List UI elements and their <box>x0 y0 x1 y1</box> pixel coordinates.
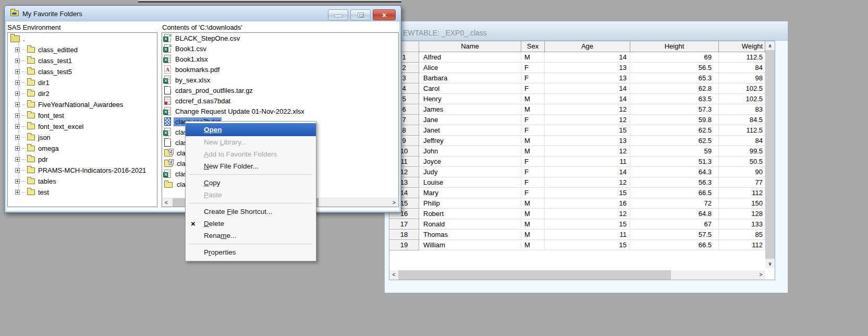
expand-plus-icon[interactable] <box>15 179 20 184</box>
tree-item[interactable]: PRAMS-MCH-Indicators-2016-2021 <box>8 165 157 176</box>
maximize-button[interactable] <box>350 9 371 20</box>
tree-root-item[interactable]: . <box>8 33 157 44</box>
favorites-titlebar[interactable]: My Favorite Folders × <box>5 6 401 21</box>
minimize-button[interactable] <box>328 9 348 20</box>
weight-cell[interactable]: 99.5 <box>719 146 765 157</box>
weight-cell[interactable]: 83 <box>719 104 765 115</box>
file-name[interactable]: Book1.csv <box>174 44 208 53</box>
height-cell[interactable]: 72 <box>630 198 719 209</box>
age-cell[interactable]: 13 <box>545 136 630 146</box>
height-cell[interactable]: 57.3 <box>630 104 719 115</box>
table-row[interactable]: 19 William M 15 66.5 112 <box>389 240 765 250</box>
sex-cell[interactable]: M <box>521 209 545 219</box>
scroll-right-icon[interactable]: > <box>390 198 398 207</box>
sex-cell[interactable]: M <box>521 198 545 209</box>
expand-plus-icon[interactable] <box>15 146 20 151</box>
age-cell[interactable]: 12 <box>545 146 630 157</box>
height-cell[interactable]: 59 <box>630 146 719 157</box>
sex-cell[interactable]: M <box>521 104 545 115</box>
height-cell[interactable]: 56.3 <box>630 177 719 188</box>
age-cell[interactable]: 13 <box>545 73 630 83</box>
file-name[interactable]: Change Request Update 01-Nov-2022.xlsx <box>174 107 306 116</box>
age-cell[interactable]: 15 <box>545 240 630 250</box>
menu-item-rename[interactable]: Rename... <box>186 230 316 242</box>
file-row[interactable]: Book1.csv <box>162 43 398 54</box>
height-cell[interactable]: 62.5 <box>630 136 719 146</box>
tree-item[interactable]: class_editted <box>8 44 157 55</box>
table-row[interactable]: 14 Mary F 15 66.5 112 <box>389 188 765 198</box>
weight-cell[interactable]: 98 <box>719 73 765 83</box>
tree-item[interactable]: omega <box>8 143 157 154</box>
name-cell[interactable]: Henry <box>419 94 521 104</box>
height-cell[interactable]: 57.5 <box>630 230 719 240</box>
height-cell[interactable]: 59.8 <box>630 115 719 125</box>
name-cell[interactable]: Alfred <box>419 52 521 63</box>
height-cell[interactable]: 62.8 <box>630 83 719 94</box>
table-row[interactable]: 13 Louise F 12 56.3 77 <box>389 177 765 188</box>
name-cell[interactable]: Jane <box>419 115 521 125</box>
height-cell[interactable]: 67 <box>630 219 719 230</box>
tree-item[interactable]: class_test5 <box>8 66 157 77</box>
table-row[interactable]: 1 Alfred M 14 69 112.5 <box>389 52 765 63</box>
file-row[interactable]: cdcref_d.sas7bdat <box>162 95 398 106</box>
tree-item[interactable]: tables <box>8 176 157 187</box>
height-cell[interactable]: 51.3 <box>630 157 719 167</box>
age-cell[interactable]: 15 <box>545 188 630 198</box>
sex-cell[interactable]: F <box>521 63 545 73</box>
weight-cell[interactable]: 84 <box>719 136 765 146</box>
weight-cell[interactable]: 128 <box>719 209 765 219</box>
column-header-weight[interactable]: Weight <box>719 41 765 52</box>
file-name[interactable]: by_sex.xlsx <box>174 76 212 85</box>
age-cell[interactable]: 12 <box>545 115 630 125</box>
tree-item[interactable]: font_text_excel <box>8 121 157 132</box>
age-cell[interactable]: 12 <box>545 209 630 219</box>
name-cell[interactable]: Philip <box>419 198 521 209</box>
expand-plus-icon[interactable] <box>15 124 20 129</box>
table-row[interactable]: 2 Alice F 13 56.5 84 <box>389 63 765 73</box>
file-row[interactable]: bookmarks.pdf <box>162 64 398 75</box>
file-name[interactable]: BLACK_StepOne.csv <box>174 34 241 43</box>
table-row[interactable]: 12 Judy F 14 64.3 90 <box>389 167 765 177</box>
sex-cell[interactable]: F <box>521 83 545 94</box>
tree-item[interactable]: dir2 <box>8 88 157 99</box>
height-cell[interactable]: 64.3 <box>630 167 719 177</box>
age-cell[interactable]: 15 <box>545 125 630 136</box>
table-row[interactable]: 7 Jane F 12 59.8 84.5 <box>389 115 765 125</box>
menu-item-open[interactable]: Open <box>186 123 316 136</box>
viewtable-titlebar[interactable]: EWTABLE: _EXP0_.class <box>385 21 788 41</box>
menu-item-new-file-folder[interactable]: New File Folder... <box>186 160 316 172</box>
height-cell[interactable]: 56.5 <box>630 63 719 73</box>
weight-cell[interactable]: 150 <box>719 198 765 209</box>
name-cell[interactable]: James <box>419 104 521 115</box>
weight-cell[interactable]: 112 <box>719 188 765 198</box>
age-cell[interactable]: 15 <box>545 219 630 230</box>
tree-item[interactable]: dir1 <box>8 77 157 88</box>
menu-item-copy[interactable]: Copy <box>186 177 316 189</box>
expand-plus-icon[interactable] <box>15 91 20 96</box>
sex-cell[interactable]: F <box>521 125 545 136</box>
table-row[interactable]: 9 Jeffrey M 13 62.5 84 <box>389 136 765 146</box>
file-name[interactable]: Book1.xlsx <box>174 55 210 64</box>
name-cell[interactable]: William <box>419 240 521 250</box>
sex-cell[interactable]: F <box>521 157 545 167</box>
tree-item[interactable]: class_test1 <box>8 55 157 66</box>
table-row[interactable]: 17 Ronald M 15 67 133 <box>389 219 765 230</box>
table-row[interactable]: 15 Philip M 16 72 150 <box>389 198 765 209</box>
sex-cell[interactable]: F <box>521 188 545 198</box>
name-cell[interactable]: Joyce <box>419 157 521 167</box>
row-number-cell[interactable]: 17 <box>389 219 419 230</box>
table-row[interactable]: 18 Thomas M 11 57.5 85 <box>389 230 765 240</box>
expand-plus-icon[interactable] <box>15 47 20 52</box>
name-cell[interactable]: Thomas <box>419 230 521 240</box>
scroll-left-icon[interactable]: < <box>389 270 398 280</box>
age-cell[interactable]: 12 <box>545 177 630 188</box>
menu-item-delete[interactable]: ×Delete <box>186 218 316 230</box>
age-cell[interactable]: 14 <box>545 167 630 177</box>
scroll-up-icon[interactable]: ∧ <box>765 41 775 50</box>
age-cell[interactable]: 12 <box>545 104 630 115</box>
age-cell[interactable]: 11 <box>545 230 630 240</box>
scroll-left-icon[interactable]: < <box>162 198 170 207</box>
close-button[interactable]: × <box>373 9 396 20</box>
name-cell[interactable]: Robert <box>419 209 521 219</box>
sex-cell[interactable]: M <box>521 136 545 146</box>
